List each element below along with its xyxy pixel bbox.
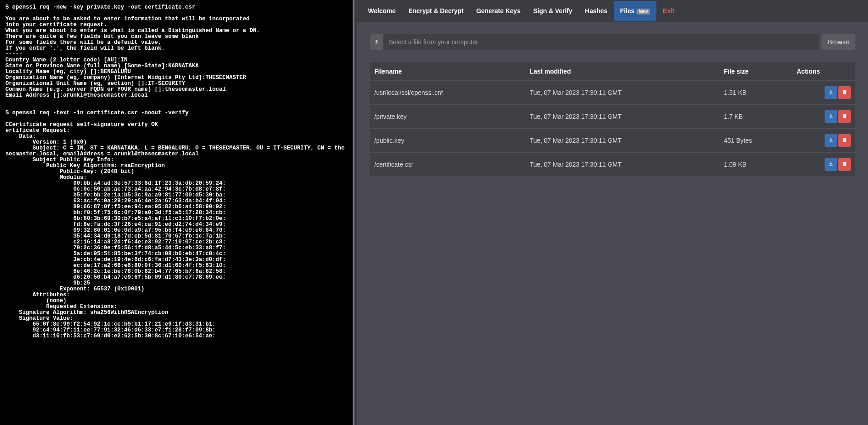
- terminal-output: $ openssl req -new -key private.key -out…: [0, 0, 353, 425]
- cell-filename: /usr/local/ssl/openssl.cnf: [370, 81, 525, 105]
- nav-item-label: Sign & Verify: [533, 7, 572, 14]
- nav-item-generate-keys[interactable]: Generate Keys: [470, 1, 527, 21]
- trash-icon: [841, 161, 848, 168]
- th-filename: Filename: [370, 62, 525, 81]
- nav-bar: WelcomeEncrypt & DecryptGenerate KeysSig…: [357, 0, 868, 22]
- trash-icon: [841, 89, 848, 97]
- trash-icon: [841, 113, 848, 121]
- download-button[interactable]: [825, 110, 837, 123]
- file-select-placeholder: Select a file from your computer: [383, 38, 819, 46]
- files-table: Filename Last modified File size Actions…: [370, 62, 855, 176]
- trash-icon: [841, 137, 848, 145]
- nav-item-label: Generate Keys: [476, 7, 520, 14]
- browse-button[interactable]: Browse: [821, 34, 855, 50]
- th-size: File size: [719, 62, 792, 81]
- nav-item-welcome[interactable]: Welcome: [362, 1, 402, 21]
- download-button[interactable]: [825, 134, 837, 147]
- cell-filename: /certificate.csr: [370, 153, 525, 177]
- download-button[interactable]: [825, 86, 837, 99]
- nav-badge-new: New: [637, 9, 651, 14]
- download-icon: [828, 113, 834, 121]
- cell-size: 1.09 KB: [719, 153, 792, 177]
- cell-size: 451 Bytes: [719, 129, 792, 153]
- nav-item-label: Hashes: [585, 7, 608, 14]
- cell-modified: Tue, 07 Mar 2023 17:30:11 GMT: [525, 105, 720, 129]
- nav-item-label: Files: [620, 7, 635, 14]
- delete-button[interactable]: [838, 134, 851, 147]
- nav-item-files[interactable]: FilesNew: [614, 1, 656, 21]
- cell-actions: [792, 153, 855, 177]
- files-view: Select a file from your computer Browse …: [357, 22, 868, 425]
- nav-item-label: Encrypt & Decrypt: [408, 7, 463, 14]
- file-upload-row: Select a file from your computer Browse: [370, 34, 855, 50]
- cell-modified: Tue, 07 Mar 2023 17:30:11 GMT: [525, 129, 720, 153]
- cell-modified: Tue, 07 Mar 2023 17:30:11 GMT: [525, 81, 720, 105]
- delete-button[interactable]: [838, 158, 851, 171]
- table-row: /private.keyTue, 07 Mar 2023 17:30:11 GM…: [370, 105, 855, 129]
- cell-size: 1.51 KB: [719, 81, 792, 105]
- cell-actions: [792, 105, 855, 129]
- nav-item-hashes[interactable]: Hashes: [579, 1, 614, 21]
- nav-item-sign-verify[interactable]: Sign & Verify: [527, 1, 578, 21]
- upload-icon: [370, 34, 383, 50]
- download-button[interactable]: [825, 158, 837, 171]
- download-icon: [828, 89, 834, 97]
- download-icon: [828, 161, 834, 168]
- nav-item-label: Exit: [663, 7, 675, 14]
- cell-actions: [792, 129, 855, 153]
- table-row: /usr/local/ssl/openssl.cnfTue, 07 Mar 20…: [370, 81, 855, 105]
- download-icon: [828, 137, 834, 145]
- table-row: /public.keyTue, 07 Mar 2023 17:30:11 GMT…: [370, 129, 855, 153]
- delete-button[interactable]: [838, 110, 851, 123]
- cell-modified: Tue, 07 Mar 2023 17:30:11 GMT: [525, 153, 720, 177]
- cell-actions: [792, 81, 855, 105]
- table-row: /certificate.csrTue, 07 Mar 2023 17:30:1…: [370, 153, 855, 177]
- cell-size: 1.7 KB: [719, 105, 792, 129]
- nav-item-label: Welcome: [368, 7, 396, 14]
- pane-splitter[interactable]: [353, 0, 357, 425]
- file-select-field[interactable]: Select a file from your computer: [370, 34, 819, 50]
- nav-item-encrypt-decrypt[interactable]: Encrypt & Decrypt: [402, 1, 470, 21]
- delete-button[interactable]: [838, 86, 851, 99]
- th-actions: Actions: [792, 62, 855, 81]
- th-modified: Last modified: [525, 62, 720, 81]
- cell-filename: /public.key: [370, 129, 525, 153]
- cell-filename: /private.key: [370, 105, 525, 129]
- nav-item-exit[interactable]: Exit: [656, 1, 681, 21]
- right-panel: WelcomeEncrypt & DecryptGenerate KeysSig…: [357, 0, 868, 425]
